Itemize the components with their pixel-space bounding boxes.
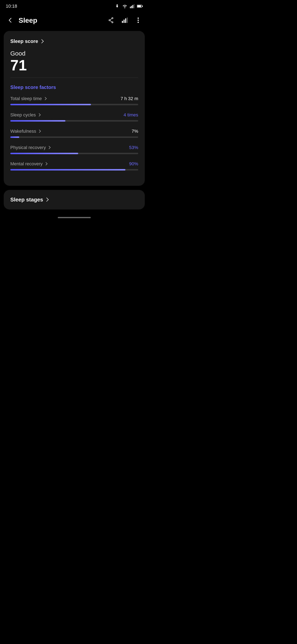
svg-rect-16: [127, 18, 128, 23]
factor-label-link-3[interactable]: Physical recovery: [10, 145, 50, 150]
factor-progress-bg-3: [10, 153, 138, 154]
home-indicator-bar: [58, 217, 91, 218]
factor-label-link-2[interactable]: Wakefulness: [10, 128, 40, 134]
sleep-score-link[interactable]: Sleep score: [10, 38, 138, 44]
signal-icon: [130, 4, 134, 8]
home-indicator: [0, 214, 148, 220]
factor-progress-bg-4: [10, 169, 138, 170]
score-quality: Good: [10, 50, 138, 57]
factor-value-1: 4 times: [124, 112, 138, 118]
status-icons: [115, 4, 143, 9]
share-button[interactable]: [106, 16, 115, 25]
factor-chevron-icon-3: [47, 146, 51, 149]
app-bar-title: Sleep: [18, 16, 103, 24]
svg-line-12: [110, 21, 112, 22]
battery-icon: [137, 4, 143, 8]
svg-rect-3: [132, 5, 133, 8]
factor-header-4: Mental recovery90%: [10, 161, 138, 166]
svg-rect-1: [130, 6, 131, 8]
sleep-score-label: Sleep score: [10, 38, 38, 44]
sleep-stages-link[interactable]: Sleep stages: [10, 196, 138, 203]
stats-button[interactable]: [120, 16, 129, 25]
factor-progress-fill-3: [10, 153, 78, 154]
factor-label-4: Mental recovery: [10, 161, 43, 166]
factor-label-2: Wakefulness: [10, 128, 36, 134]
factor-progress-fill-2: [10, 136, 19, 138]
factor-progress-bg-2: [10, 136, 138, 138]
factor-value-0: 7 h 32 m: [120, 96, 138, 101]
svg-point-0: [117, 4, 118, 5]
status-bar: 10:18: [0, 0, 148, 12]
factor-row-3: Physical recovery53%: [10, 145, 138, 154]
factor-label-3: Physical recovery: [10, 145, 46, 150]
svg-line-11: [110, 18, 112, 20]
factor-label-link-4[interactable]: Mental recovery: [10, 161, 47, 166]
more-button[interactable]: [134, 16, 143, 25]
svg-rect-6: [137, 5, 141, 7]
factor-value-4: 90%: [129, 161, 138, 166]
svg-point-18: [138, 20, 139, 21]
svg-rect-7: [142, 6, 143, 7]
svg-rect-15: [125, 18, 126, 23]
svg-rect-13: [122, 21, 123, 23]
factor-header-0: Total sleep time7 h 32 m: [10, 96, 138, 101]
factor-progress-fill-1: [10, 120, 65, 122]
score-divider: [10, 78, 138, 78]
factor-header-2: Wakefulness7%: [10, 128, 138, 134]
factor-chevron-icon-0: [43, 97, 47, 100]
factor-value-3: 53%: [129, 145, 138, 150]
factor-row-0: Total sleep time7 h 32 m: [10, 96, 138, 105]
factor-value-2: 7%: [132, 128, 138, 134]
sleep-score-chevron-icon: [40, 39, 44, 43]
factor-progress-bg-0: [10, 104, 138, 105]
factor-header-1: Sleep cycles4 times: [10, 112, 138, 118]
svg-rect-14: [124, 20, 125, 23]
factor-label-1: Sleep cycles: [10, 112, 36, 118]
svg-rect-2: [131, 6, 132, 8]
svg-point-17: [138, 18, 139, 19]
factor-row-2: Wakefulness7%: [10, 128, 138, 138]
score-number: 71: [10, 58, 138, 73]
factor-chevron-icon-2: [38, 130, 41, 133]
wifi-icon: [122, 4, 127, 8]
factors-title: Sleep score factors: [10, 84, 138, 90]
svg-rect-4: [134, 4, 134, 8]
activity-icon: [115, 4, 120, 9]
factor-row-1: Sleep cycles4 times: [10, 112, 138, 122]
app-bar: Sleep: [0, 12, 148, 29]
factor-header-3: Physical recovery53%: [10, 145, 138, 150]
sleep-stages-chevron-icon: [44, 198, 49, 202]
back-button[interactable]: [6, 16, 15, 25]
sleep-stages-card[interactable]: Sleep stages: [4, 190, 145, 210]
factor-label-link-1[interactable]: Sleep cycles: [10, 112, 40, 118]
factors-container: Total sleep time7 h 32 mSleep cycles4 ti…: [10, 96, 138, 170]
status-time: 10:18: [6, 4, 17, 9]
factor-progress-fill-0: [10, 104, 91, 105]
factor-label-0: Total sleep time: [10, 96, 42, 101]
factor-chevron-icon-4: [44, 162, 47, 166]
factor-row-4: Mental recovery90%: [10, 161, 138, 170]
app-bar-actions: [106, 16, 143, 25]
factor-chevron-icon-1: [37, 113, 41, 116]
main-card: Sleep score Good 71 Sleep score factors …: [4, 31, 145, 186]
sleep-stages-label: Sleep stages: [10, 196, 43, 203]
factor-progress-fill-4: [10, 169, 125, 170]
factor-label-link-0[interactable]: Total sleep time: [10, 96, 46, 101]
factor-progress-bg-1: [10, 120, 138, 122]
svg-point-19: [138, 22, 139, 23]
